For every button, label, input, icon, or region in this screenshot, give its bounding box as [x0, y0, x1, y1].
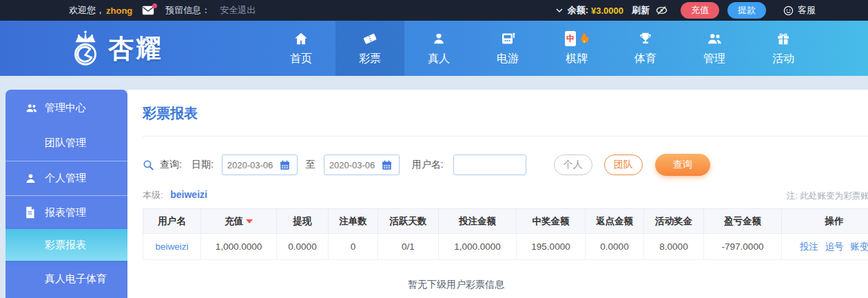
- page-title: 彩票报表: [143, 90, 868, 123]
- col-recharge-sortable[interactable]: 充值: [201, 209, 277, 234]
- sidebar-item-lottery-report[interactable]: 彩票报表: [6, 229, 127, 261]
- slot-machine-icon: [499, 30, 516, 47]
- nav-label: 首页: [290, 52, 312, 66]
- hot-flame-icon: [579, 32, 590, 46]
- crown-emblem-icon: [65, 29, 105, 69]
- sidebar-item-report-manage[interactable]: 报表管理: [6, 196, 127, 229]
- sidebar-item-team-manage[interactable]: 团队管理: [6, 126, 127, 161]
- nav-label: 电游: [497, 52, 519, 66]
- reserved-info-label: 预留信息：: [165, 4, 210, 17]
- brand-name: 杏耀: [108, 32, 163, 66]
- search-button[interactable]: 查询: [655, 154, 710, 176]
- nav-item-live[interactable]: 真人: [404, 21, 473, 76]
- nav-label: 彩票: [359, 52, 381, 66]
- main-navbar: 杏耀 首页 彩票 真人: [0, 21, 868, 76]
- person-icon: [25, 172, 38, 184]
- nav-item-home[interactable]: 首页: [267, 21, 335, 76]
- username-input[interactable]: [453, 155, 526, 175]
- level-row: 本级: beiweizi 注: 此处账变为彩票账变: [143, 189, 868, 201]
- sidebar-item-label: 个人管理: [45, 172, 86, 185]
- chevron-down-icon[interactable]: [556, 8, 563, 12]
- users-icon: [706, 30, 723, 47]
- sidebar-item-personal-manage[interactable]: 个人管理: [6, 161, 127, 196]
- cell-bet-count: 0: [329, 234, 378, 260]
- col-actions: 操作: [782, 209, 868, 234]
- balance-label: 余额:: [568, 4, 588, 17]
- gift-icon: [776, 30, 791, 47]
- recharge-button[interactable]: 充值: [681, 2, 719, 19]
- nav-label: 体育: [634, 52, 657, 66]
- table-row: beiweizi 1,000.0000 0.0000 0 0/1 1,000.0…: [143, 234, 868, 260]
- nav-label: 棋牌: [566, 52, 588, 66]
- query-toolbar: 查询: 日期: 至 用户名: 个人 团队 查询: [143, 154, 868, 176]
- level-label: 本级:: [143, 190, 163, 200]
- mail-icon[interactable]: [142, 6, 154, 15]
- nav-item-sports[interactable]: 体育: [611, 21, 680, 76]
- eye-slash-icon[interactable]: [655, 5, 668, 16]
- nav-item-promotions[interactable]: 活动: [749, 21, 818, 76]
- query-label: 查询:: [160, 159, 182, 171]
- col-bet-count: 注单数: [329, 209, 378, 234]
- customer-service-button[interactable]: 客服: [783, 4, 816, 17]
- table-header-row: 用户名 充值 提现 注单数 活跃天数 投注金额 中奖金额 返点金额 活动奖金 盈…: [143, 209, 868, 234]
- sidebar-item-label: 管理中心: [45, 101, 86, 115]
- notification-dot: [152, 3, 157, 8]
- svg-text:中: 中: [566, 34, 575, 43]
- calendar-icon[interactable]: [280, 160, 290, 170]
- withdraw-button[interactable]: 提款: [727, 2, 766, 19]
- logout-link[interactable]: 安全退出: [220, 4, 256, 17]
- nav-menu: 首页 彩票 真人 电游 中: [267, 21, 818, 76]
- date-label: 日期:: [192, 159, 214, 171]
- welcome-label: 欢迎您，: [69, 4, 105, 17]
- brand-logo[interactable]: 杏耀: [65, 29, 163, 69]
- col-win-amount: 中奖金额: [517, 209, 586, 234]
- col-activity-bonus: 活动奖金: [644, 209, 704, 234]
- personal-filter-button[interactable]: 个人: [554, 155, 592, 175]
- date-to-input[interactable]: [329, 160, 382, 170]
- service-label: 客服: [798, 4, 816, 17]
- title-divider: [143, 136, 868, 137]
- nav-item-manage[interactable]: 管理: [680, 21, 749, 76]
- sidebar-item-label: 报表管理: [45, 206, 86, 219]
- team-filter-button[interactable]: 团队: [604, 155, 643, 175]
- topbar: 欢迎您， zhong 预留信息： 安全退出 余额: ¥3.0000 刷新 充值 …: [0, 0, 868, 21]
- sidebar-item-label: 真人电子体育: [45, 272, 107, 286]
- action-chase-link[interactable]: 追号: [825, 241, 844, 252]
- row-username-link[interactable]: beiweizi: [155, 241, 188, 252]
- action-account-change-link[interactable]: 账变: [850, 241, 868, 252]
- sidebar-item-manage-center[interactable]: 管理中心: [6, 90, 127, 126]
- refresh-balance-button[interactable]: 刷新: [632, 4, 650, 17]
- nav-item-lottery[interactable]: 彩票: [335, 21, 404, 76]
- col-withdraw: 提现: [277, 209, 329, 234]
- lottery-report-table: 用户名 充值 提现 注单数 活跃天数 投注金额 中奖金额 返点金额 活动奖金 盈…: [143, 208, 868, 260]
- sidebar: 管理中心 团队管理 个人管理 报表管理 彩票报表 真人电子体育: [6, 90, 127, 298]
- trophy-icon: [638, 30, 653, 47]
- cell-profit: -797.0000: [704, 234, 782, 260]
- username-label: 用户名:: [412, 159, 444, 171]
- nav-item-boardgames[interactable]: 中 棋牌: [542, 21, 611, 76]
- app-root: 欢迎您， zhong 预留信息： 安全退出 余额: ¥3.0000 刷新 充值 …: [0, 0, 868, 298]
- col-profit: 盈亏金额: [704, 209, 782, 234]
- date-from-input[interactable]: [227, 160, 280, 170]
- empty-message: 暂无下级用户彩票信息: [143, 279, 769, 291]
- live-person-icon: [431, 30, 446, 47]
- calendar-icon[interactable]: [382, 160, 392, 170]
- nav-item-egames[interactable]: 电游: [473, 21, 542, 76]
- col-username: 用户名: [143, 209, 201, 234]
- cell-active-days: 0/1: [378, 234, 439, 260]
- sidebar-item-live-esports[interactable]: 真人电子体育: [6, 261, 127, 297]
- sidebar-item-label: 彩票报表: [45, 239, 86, 252]
- current-username: zhong: [106, 6, 132, 16]
- search-icon: [143, 159, 154, 171]
- smiley-chat-icon: [783, 5, 794, 17]
- action-bets-link[interactable]: 投注: [800, 241, 818, 252]
- cell-withdraw: 0.0000: [277, 234, 329, 260]
- nav-label: 管理: [703, 52, 725, 66]
- ticket-icon: [362, 30, 378, 47]
- balance-value: ¥3.0000: [591, 6, 623, 16]
- col-active-days: 活跃天数: [378, 209, 439, 234]
- nav-label: 活动: [772, 52, 794, 66]
- level-username: beiweizi: [170, 189, 207, 200]
- date-from-field: [222, 155, 298, 175]
- mahjong-icon: 中: [564, 30, 577, 47]
